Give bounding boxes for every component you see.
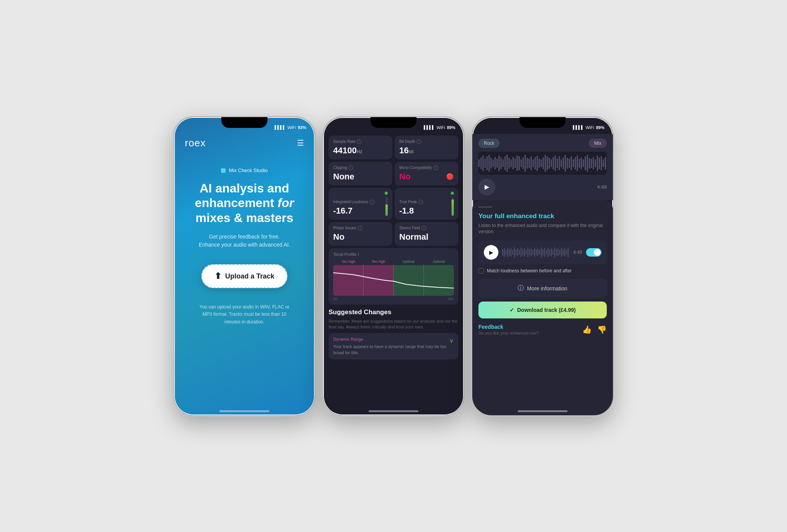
play-button-small[interactable]: ▶ <box>484 245 498 260</box>
svg-rect-14 <box>496 159 498 168</box>
info-icon[interactable]: i <box>422 226 426 230</box>
svg-rect-75 <box>512 250 513 255</box>
svg-rect-55 <box>579 159 580 168</box>
stat-bit-depth: Bit Depth i 16bit <box>395 136 458 159</box>
notch-2 <box>370 117 417 128</box>
svg-rect-26 <box>521 159 522 167</box>
info-icon[interactable]: i <box>358 226 362 230</box>
hamburger-menu[interactable]: ☰ <box>297 138 304 148</box>
duration: 4:48 <box>597 184 607 190</box>
toggle-switch[interactable] <box>586 248 601 257</box>
upload-icon: ⬆ <box>214 271 221 281</box>
play-button[interactable]: ▶ <box>478 179 495 196</box>
svg-rect-16 <box>500 157 501 169</box>
thumbs-up-icon[interactable]: 👍 <box>582 325 592 334</box>
hero-subtitle: Get precise feedback for free.Enhance yo… <box>185 233 304 249</box>
svg-rect-44 <box>557 159 558 168</box>
alert-icon: 🔴 <box>446 173 454 180</box>
phone-3: ▌▌▌▌ WiFi 89% Rock Mix <box>472 116 614 416</box>
info-icon[interactable]: i <box>433 166 438 170</box>
notch-3 <box>520 117 566 128</box>
tonal-labels: Too High Too High Optimal Optimal <box>333 260 454 264</box>
upload-button[interactable]: ⬆ Upload a Track <box>201 264 287 288</box>
tonal-label-3: Optimal <box>394 260 424 264</box>
info-icon[interactable]: i <box>349 166 353 170</box>
play-icon-small: ▶ <box>489 249 493 255</box>
status-icons-3: ▌▌▌▌ WiFi 89% <box>573 125 604 130</box>
chevron-icon[interactable]: ∨ <box>449 337 454 344</box>
stat-label: Stereo Field i <box>399 226 454 230</box>
stat-clipping: Clipping i None <box>329 162 392 186</box>
info-icon[interactable]: i <box>417 139 421 144</box>
enhanced-panel: Your full enhanced track Listen to the e… <box>472 200 613 415</box>
svg-rect-7 <box>482 156 483 171</box>
dynamic-text: Your track appears to have a dynamic ran… <box>333 344 454 356</box>
svg-rect-28 <box>525 155 526 172</box>
dynamic-card: Dynamic Range ∨ Your track appears to ha… <box>329 333 458 360</box>
signal-icon-2: ▌▌▌▌ <box>424 125 435 129</box>
waveform-mini-svg <box>502 246 569 259</box>
svg-rect-99 <box>553 250 553 255</box>
nav-bar: roex ☰ <box>185 134 304 152</box>
svg-rect-49 <box>567 158 568 169</box>
svg-rect-98 <box>551 249 552 256</box>
svg-rect-15 <box>498 156 500 171</box>
svg-rect-108 <box>568 247 568 257</box>
tonal-label-4: Optimal <box>424 260 454 264</box>
svg-rect-11 <box>490 158 491 169</box>
thumbs-down-icon[interactable]: 👎 <box>597 325 607 334</box>
stat-mono: Mono Compatibility i No 🔴 <box>395 162 458 186</box>
phone-1-content: roex ☰ Mix Check Studio AI analysis ande… <box>174 134 315 415</box>
tags-row: Rock Mix <box>478 139 607 148</box>
tonal-card: Tonal Profile i Too High Too High Optima… <box>329 248 458 305</box>
suggested-title: Suggested Changes <box>329 308 458 316</box>
svg-rect-20 <box>508 158 510 169</box>
dynamic-label: Dynamic Range ∨ <box>333 337 454 341</box>
svg-rect-48 <box>565 155 566 172</box>
match-loudness-label: Match loudness between before and after <box>487 268 572 273</box>
toggle-knob <box>594 249 601 256</box>
feedback-sub: Do you like your enhanced mix? <box>478 331 539 335</box>
svg-rect-76 <box>514 247 515 257</box>
phone-2: ▌▌▌▌ WiFi 89% Sample Rate i 44100Hz <box>322 116 465 416</box>
info-icon[interactable]: i <box>418 200 423 204</box>
more-info-button[interactable]: ⓘ More information <box>478 279 607 298</box>
stat-sample-rate: Sample Rate i 44100Hz <box>329 136 392 159</box>
match-loudness-checkbox[interactable] <box>478 268 484 273</box>
tonal-label-1: Too High <box>333 260 364 264</box>
stat-value: No <box>399 172 410 182</box>
svg-rect-88 <box>534 248 535 257</box>
stat-value: -16.7 <box>333 206 374 216</box>
tag-mix: Mix <box>589 139 607 148</box>
feedback-icons: 👍 👎 <box>582 325 607 334</box>
play-icon: ▶ <box>485 183 489 191</box>
wifi-icon-2: WiFi <box>437 125 445 130</box>
svg-rect-56 <box>581 157 582 169</box>
svg-rect-24 <box>516 156 518 171</box>
info-icon[interactable]: i <box>357 139 362 144</box>
svg-rect-62 <box>593 157 594 169</box>
info-icon[interactable]: i <box>370 200 374 204</box>
svg-rect-54 <box>577 156 578 171</box>
info-icon[interactable]: i <box>358 252 359 257</box>
svg-rect-84 <box>527 247 528 257</box>
phones-container: ▌▌▌▌ WiFi 93% roex ☰ Mix Check Studio AI… <box>173 116 614 416</box>
tonal-axis-end: 20K <box>448 297 454 301</box>
phone-1: ▌▌▌▌ WiFi 93% roex ☰ Mix Check Studio AI… <box>173 116 315 416</box>
download-button[interactable]: ✓ Download track (£4.99) <box>478 302 607 318</box>
home-indicator-3 <box>518 410 568 412</box>
waveform-section: Rock Mix <box>472 134 613 200</box>
stat-value: None <box>333 172 388 182</box>
svg-rect-106 <box>565 248 565 257</box>
svg-rect-8 <box>485 159 486 168</box>
feedback-left: Feedback Do you like your enhanced mix? <box>478 324 539 335</box>
svg-rect-85 <box>529 249 530 255</box>
wifi-icon: WiFi <box>287 125 296 130</box>
svg-rect-30 <box>528 159 530 168</box>
feedback-title: Feedback <box>478 324 539 330</box>
svg-rect-37 <box>543 157 544 169</box>
svg-rect-78 <box>517 249 518 256</box>
svg-rect-41 <box>551 159 552 167</box>
svg-rect-94 <box>544 248 545 257</box>
waveform-svg <box>478 152 607 175</box>
